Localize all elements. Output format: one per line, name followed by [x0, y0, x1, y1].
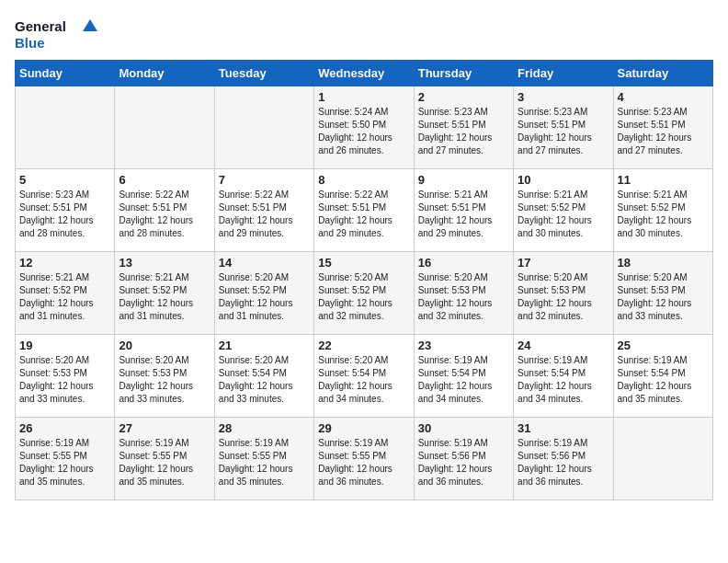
day-info: Sunrise: 5:22 AMSunset: 5:51 PMDaylight:… — [119, 189, 210, 240]
calendar-week-2: 5 Sunrise: 5:23 AMSunset: 5:51 PMDayligh… — [16, 169, 713, 252]
day-number: 7 — [219, 173, 310, 187]
calendar-cell: 13 Sunrise: 5:21 AMSunset: 5:52 PMDaylig… — [115, 252, 214, 335]
day-number: 30 — [418, 421, 509, 435]
weekday-header-tuesday: Tuesday — [214, 61, 313, 86]
calendar-cell: 31 Sunrise: 5:19 AMSunset: 5:56 PMDaylig… — [514, 418, 613, 500]
day-info: Sunrise: 5:19 AMSunset: 5:55 PMDaylight:… — [119, 437, 210, 488]
calendar-cell: 20 Sunrise: 5:20 AMSunset: 5:53 PMDaylig… — [115, 335, 214, 418]
day-info: Sunrise: 5:19 AMSunset: 5:54 PMDaylight:… — [618, 354, 709, 406]
page-header: General Blue — [15, 15, 713, 56]
day-number: 20 — [119, 339, 210, 352]
day-info: Sunrise: 5:19 AMSunset: 5:54 PMDaylight:… — [418, 354, 509, 406]
calendar-cell: 25 Sunrise: 5:19 AMSunset: 5:54 PMDaylig… — [613, 335, 712, 418]
calendar-cell: 10 Sunrise: 5:21 AMSunset: 5:52 PMDaylig… — [514, 169, 613, 252]
calendar-cell: 3 Sunrise: 5:23 AMSunset: 5:51 PMDayligh… — [514, 86, 613, 169]
day-number: 17 — [518, 256, 609, 270]
calendar-cell: 26 Sunrise: 5:19 AMSunset: 5:55 PMDaylig… — [16, 418, 115, 500]
day-info: Sunrise: 5:20 AMSunset: 5:53 PMDaylight:… — [618, 271, 709, 323]
calendar-cell: 29 Sunrise: 5:19 AMSunset: 5:55 PMDaylig… — [314, 418, 414, 500]
calendar-cell: 18 Sunrise: 5:20 AMSunset: 5:53 PMDaylig… — [613, 252, 712, 335]
day-info: Sunrise: 5:21 AMSunset: 5:52 PMDaylight:… — [19, 271, 110, 323]
calendar-cell: 6 Sunrise: 5:22 AMSunset: 5:51 PMDayligh… — [115, 169, 214, 252]
day-info: Sunrise: 5:23 AMSunset: 5:51 PMDaylight:… — [418, 106, 509, 157]
calendar-week-5: 26 Sunrise: 5:19 AMSunset: 5:55 PMDaylig… — [16, 418, 713, 500]
day-number: 12 — [19, 256, 110, 270]
calendar-cell: 19 Sunrise: 5:20 AMSunset: 5:53 PMDaylig… — [16, 335, 115, 418]
calendar-week-1: 1 Sunrise: 5:24 AMSunset: 5:50 PMDayligh… — [16, 86, 713, 169]
calendar-cell: 23 Sunrise: 5:19 AMSunset: 5:54 PMDaylig… — [414, 335, 513, 418]
day-info: Sunrise: 5:21 AMSunset: 5:52 PMDaylight:… — [518, 189, 609, 240]
weekday-header-row: SundayMondayTuesdayWednesdayThursdayFrid… — [16, 61, 713, 86]
logo: General Blue — [15, 15, 97, 56]
calendar-cell: 17 Sunrise: 5:20 AMSunset: 5:53 PMDaylig… — [514, 252, 613, 335]
day-number: 8 — [318, 173, 409, 187]
day-info: Sunrise: 5:20 AMSunset: 5:52 PMDaylight:… — [219, 271, 310, 323]
day-info: Sunrise: 5:22 AMSunset: 5:51 PMDaylight:… — [318, 189, 409, 240]
weekday-header-friday: Friday — [514, 61, 613, 86]
day-info: Sunrise: 5:19 AMSunset: 5:55 PMDaylight:… — [19, 437, 110, 488]
calendar-cell: 21 Sunrise: 5:20 AMSunset: 5:54 PMDaylig… — [214, 335, 313, 418]
calendar-cell — [214, 86, 313, 169]
svg-text:General: General — [15, 18, 66, 34]
calendar-cell: 8 Sunrise: 5:22 AMSunset: 5:51 PMDayligh… — [314, 169, 414, 252]
day-info: Sunrise: 5:19 AMSunset: 5:55 PMDaylight:… — [318, 437, 409, 488]
day-number: 11 — [618, 173, 709, 187]
calendar-cell: 4 Sunrise: 5:23 AMSunset: 5:51 PMDayligh… — [613, 86, 712, 169]
day-info: Sunrise: 5:19 AMSunset: 5:55 PMDaylight:… — [219, 437, 310, 488]
day-info: Sunrise: 5:21 AMSunset: 5:52 PMDaylight:… — [618, 189, 709, 240]
day-info: Sunrise: 5:23 AMSunset: 5:51 PMDaylight:… — [618, 106, 709, 157]
day-info: Sunrise: 5:23 AMSunset: 5:51 PMDaylight:… — [19, 189, 110, 240]
calendar-week-4: 19 Sunrise: 5:20 AMSunset: 5:53 PMDaylig… — [16, 335, 713, 418]
day-number: 10 — [518, 173, 609, 187]
day-number: 14 — [219, 256, 310, 270]
day-info: Sunrise: 5:21 AMSunset: 5:51 PMDaylight:… — [418, 189, 509, 240]
day-number: 2 — [418, 90, 509, 104]
calendar-cell: 16 Sunrise: 5:20 AMSunset: 5:53 PMDaylig… — [414, 252, 513, 335]
calendar-cell: 5 Sunrise: 5:23 AMSunset: 5:51 PMDayligh… — [16, 169, 115, 252]
calendar-table: SundayMondayTuesdayWednesdayThursdayFrid… — [15, 60, 713, 500]
day-number: 16 — [418, 256, 509, 270]
calendar-cell: 24 Sunrise: 5:19 AMSunset: 5:54 PMDaylig… — [514, 335, 613, 418]
day-info: Sunrise: 5:20 AMSunset: 5:53 PMDaylight:… — [418, 271, 509, 323]
calendar-cell: 22 Sunrise: 5:20 AMSunset: 5:54 PMDaylig… — [314, 335, 414, 418]
svg-text:Blue: Blue — [15, 35, 45, 51]
day-info: Sunrise: 5:24 AMSunset: 5:50 PMDaylight:… — [318, 106, 409, 157]
day-info: Sunrise: 5:20 AMSunset: 5:54 PMDaylight:… — [219, 354, 310, 406]
calendar-cell: 30 Sunrise: 5:19 AMSunset: 5:56 PMDaylig… — [414, 418, 513, 500]
calendar-cell: 28 Sunrise: 5:19 AMSunset: 5:55 PMDaylig… — [214, 418, 313, 500]
day-number: 26 — [19, 421, 110, 435]
day-number: 19 — [19, 339, 110, 352]
weekday-header-saturday: Saturday — [613, 61, 712, 86]
day-info: Sunrise: 5:23 AMSunset: 5:51 PMDaylight:… — [518, 106, 609, 157]
day-info: Sunrise: 5:20 AMSunset: 5:53 PMDaylight:… — [518, 271, 609, 323]
day-number: 25 — [618, 339, 709, 352]
day-info: Sunrise: 5:19 AMSunset: 5:54 PMDaylight:… — [518, 354, 609, 406]
weekday-header-thursday: Thursday — [414, 61, 513, 86]
calendar-cell: 7 Sunrise: 5:22 AMSunset: 5:51 PMDayligh… — [214, 169, 313, 252]
calendar-cell — [115, 86, 214, 169]
calendar-cell: 27 Sunrise: 5:19 AMSunset: 5:55 PMDaylig… — [115, 418, 214, 500]
day-number: 3 — [518, 90, 609, 104]
day-number: 28 — [219, 421, 310, 435]
weekday-header-wednesday: Wednesday — [314, 61, 414, 86]
day-info: Sunrise: 5:20 AMSunset: 5:54 PMDaylight:… — [318, 354, 409, 406]
day-number: 5 — [19, 173, 110, 187]
day-number: 4 — [618, 90, 709, 104]
calendar-cell: 1 Sunrise: 5:24 AMSunset: 5:50 PMDayligh… — [314, 86, 414, 169]
day-number: 31 — [518, 421, 609, 435]
calendar-cell: 2 Sunrise: 5:23 AMSunset: 5:51 PMDayligh… — [414, 86, 513, 169]
weekday-header-sunday: Sunday — [16, 61, 115, 86]
day-info: Sunrise: 5:20 AMSunset: 5:53 PMDaylight:… — [119, 354, 210, 406]
day-number: 27 — [119, 421, 210, 435]
day-number: 1 — [318, 90, 409, 104]
day-number: 24 — [518, 339, 609, 352]
day-number: 29 — [318, 421, 409, 435]
day-number: 23 — [418, 339, 509, 352]
calendar-cell: 9 Sunrise: 5:21 AMSunset: 5:51 PMDayligh… — [414, 169, 513, 252]
day-info: Sunrise: 5:20 AMSunset: 5:52 PMDaylight:… — [318, 271, 409, 323]
day-number: 15 — [318, 256, 409, 270]
day-info: Sunrise: 5:22 AMSunset: 5:51 PMDaylight:… — [219, 189, 310, 240]
calendar-cell: 12 Sunrise: 5:21 AMSunset: 5:52 PMDaylig… — [16, 252, 115, 335]
day-number: 21 — [219, 339, 310, 352]
logo-svg: General Blue — [15, 15, 97, 56]
